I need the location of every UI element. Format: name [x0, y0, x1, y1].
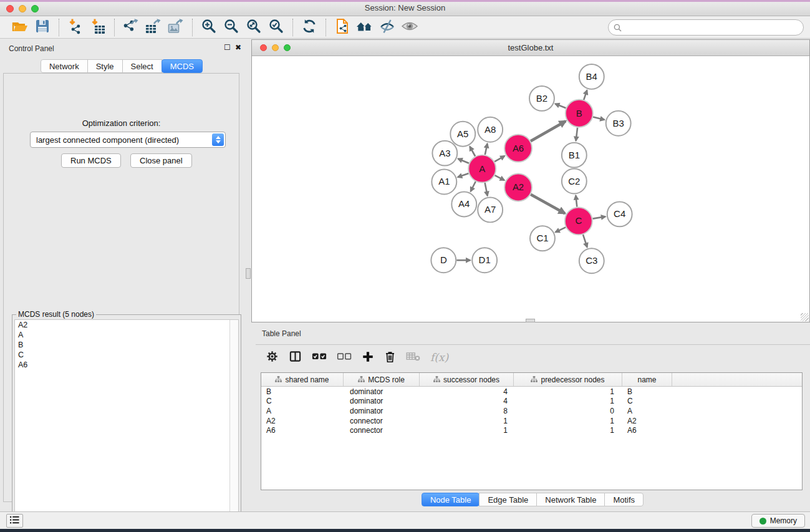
node-C[interactable]: C — [565, 207, 592, 235]
table-cell[interactable]: 1 — [420, 426, 514, 435]
node-B1[interactable]: B1 — [562, 143, 587, 168]
export-network-button[interactable] — [121, 18, 141, 37]
node-C3[interactable]: C3 — [579, 248, 604, 273]
table-cell[interactable]: dominator — [344, 387, 420, 396]
table-cell[interactable]: 8 — [420, 407, 514, 415]
table-cell[interactable]: 0 — [514, 407, 622, 415]
edge-A6-B[interactable] — [531, 121, 566, 141]
table-cell[interactable]: connector — [344, 426, 420, 435]
edge-B-B2[interactable] — [555, 104, 566, 108]
table-row[interactable]: A6connector11A6 — [261, 425, 802, 435]
table-cell[interactable]: A2 — [261, 417, 344, 425]
show-view-button[interactable] — [400, 18, 420, 37]
table-row[interactable]: Adominator80A — [261, 406, 802, 416]
edge-C-C1[interactable] — [556, 227, 566, 232]
network-window-titlebar[interactable]: testGlobe.txt — [252, 40, 809, 56]
edge-A-A5[interactable] — [470, 147, 475, 157]
hide-graphics-button[interactable] — [377, 18, 397, 37]
column-header-shared-name[interactable]: shared name — [261, 373, 344, 386]
table-row[interactable]: Bdominator41B — [261, 387, 802, 397]
node-B4[interactable]: B4 — [579, 64, 604, 89]
zoom-out-button[interactable] — [221, 18, 241, 37]
float-panel-icon[interactable]: ☐ — [224, 43, 231, 52]
tab-node-table[interactable]: Node Table — [422, 493, 480, 506]
result-list-item[interactable]: A2 — [15, 320, 238, 330]
deselect-all-button[interactable] — [337, 349, 352, 365]
table-cell[interactable]: B — [622, 387, 672, 396]
table-cell[interactable]: A2 — [622, 417, 672, 425]
home-networks-button[interactable] — [355, 18, 375, 37]
delete-button[interactable] — [384, 349, 396, 365]
table-cell[interactable]: 1 — [514, 426, 622, 435]
table-row[interactable]: A2connector11A2 — [261, 416, 802, 426]
column-settings-button[interactable] — [289, 349, 302, 365]
node-D[interactable]: D — [431, 248, 456, 273]
save-session-button[interactable] — [32, 18, 52, 37]
node-C2[interactable]: C2 — [562, 169, 587, 194]
edge-A-A4[interactable] — [471, 181, 476, 191]
table-cell[interactable]: 1 — [514, 417, 622, 425]
node-D1[interactable]: D1 — [472, 248, 497, 273]
optimization-select[interactable]: largest connected component (directed) — [30, 132, 226, 148]
result-list-item[interactable]: A6 — [15, 360, 238, 370]
table-row[interactable]: Cdominator41C — [261, 397, 802, 407]
tab-network-table[interactable]: Network Table — [536, 493, 605, 506]
table-cell[interactable]: A — [622, 407, 672, 415]
import-network-button[interactable] — [65, 18, 85, 37]
edge-B-B1[interactable] — [576, 128, 578, 141]
table-cell[interactable]: dominator — [344, 407, 420, 415]
network-canvas[interactable]: B4B2BB3B1A5A8A3A1A4A7AA6A2C2CC4C1C3DD1 — [252, 56, 809, 322]
edge-A-A8[interactable] — [485, 143, 488, 155]
column-header-MCDS-role[interactable]: MCDS role — [344, 373, 420, 386]
table-cell[interactable]: 1 — [514, 397, 622, 405]
table-cell[interactable]: dominator — [344, 397, 420, 405]
table-header[interactable]: shared nameMCDS rolesuccessor nodesprede… — [261, 373, 802, 387]
tab-edge-table[interactable]: Edge Table — [479, 493, 537, 506]
edge-A-A2[interactable] — [495, 175, 504, 180]
edge-C-C3[interactable] — [583, 235, 587, 247]
node-A4[interactable]: A4 — [451, 191, 476, 216]
close-panel-button[interactable]: Close panel — [130, 153, 192, 168]
node-A2[interactable]: A2 — [504, 174, 532, 201]
zoom-selected-button[interactable] — [266, 18, 286, 37]
result-list-item[interactable]: A — [15, 330, 238, 340]
node-A[interactable]: A — [468, 155, 496, 183]
edge-B-B4[interactable] — [584, 90, 587, 100]
gear-button[interactable] — [266, 349, 279, 365]
edge-A-A1[interactable] — [458, 173, 468, 177]
resize-grip[interactable] — [801, 313, 809, 321]
edge-A2-C[interactable] — [531, 195, 565, 214]
edge-A-A7[interactable] — [485, 183, 488, 196]
table-cell[interactable]: B — [261, 387, 344, 396]
scrollbar[interactable] — [229, 320, 238, 531]
add-button[interactable] — [362, 349, 374, 365]
mcds-result-list[interactable]: A2ABCA6 — [14, 319, 239, 531]
tab-select[interactable]: Select — [122, 59, 162, 73]
network-graph[interactable]: B4B2BB3B1A5A8A3A1A4A7AA6A2C2CC4C1C3DD1 — [252, 56, 809, 322]
delete-table-button[interactable] — [406, 349, 420, 365]
table-cell[interactable]: 1 — [420, 417, 514, 425]
column-header-name[interactable]: name — [622, 373, 672, 386]
function-button[interactable]: f(x) — [430, 349, 448, 365]
refresh-button[interactable] — [299, 18, 319, 37]
node-A3[interactable]: A3 — [432, 141, 457, 166]
node-table[interactable]: shared nameMCDS rolesuccessor nodesprede… — [261, 372, 803, 490]
column-header-successor-nodes[interactable]: successor nodes — [420, 373, 514, 386]
edge-C-C4[interactable] — [592, 216, 605, 218]
table-cell[interactable]: 4 — [420, 397, 514, 405]
table-cell[interactable]: C — [261, 397, 344, 405]
node-A5[interactable]: A5 — [450, 122, 475, 147]
node-B2[interactable]: B2 — [529, 86, 554, 111]
node-B3[interactable]: B3 — [606, 111, 631, 136]
search-input[interactable] — [608, 19, 804, 36]
table-cell[interactable]: 4 — [420, 387, 514, 396]
edge-A-A6[interactable] — [494, 156, 504, 162]
memory-button[interactable]: Memory — [751, 514, 805, 528]
result-list-item[interactable]: C — [15, 350, 238, 360]
node-C1[interactable]: C1 — [530, 226, 555, 251]
table-cell[interactable]: A6 — [622, 426, 672, 435]
split-divider-handle[interactable] — [526, 319, 535, 322]
node-C4[interactable]: C4 — [607, 201, 632, 226]
run-mcds-button[interactable]: Run MCDS — [61, 153, 121, 168]
table-cell[interactable]: C — [622, 397, 672, 405]
